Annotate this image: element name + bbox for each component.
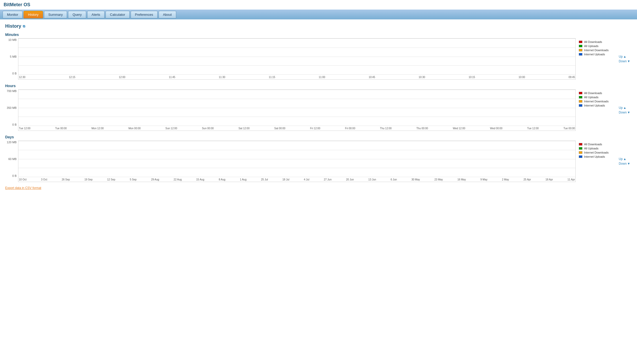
x-label: 11:15 xyxy=(269,76,275,79)
x-label: 18 Apr xyxy=(545,178,553,181)
days-title: Days xyxy=(5,135,632,139)
x-label: 15 Aug xyxy=(196,178,204,181)
x-label: Wed 12:00 xyxy=(453,127,465,130)
minutes-controls: Up ▲ Down ▼ xyxy=(617,38,632,80)
legend-label: All Uploads xyxy=(584,44,598,48)
legend-item: Internet Downloads xyxy=(579,100,614,103)
title-link-icon[interactable]: ⧉ xyxy=(23,24,25,28)
nav-tab-query[interactable]: Query xyxy=(68,11,86,18)
x-label: 25 Jul xyxy=(261,178,268,181)
y-label: 0 B xyxy=(5,72,17,75)
x-label: 10 Oct xyxy=(19,178,26,181)
x-label: Wed 00:00 xyxy=(490,127,502,130)
minutes-chart-container: 10 MB5 MB0 B 12:3012:1512:0011:4511:3011… xyxy=(5,38,632,80)
x-label: Mon 12:00 xyxy=(92,127,104,130)
up-arrow-icon: ▲ xyxy=(623,55,626,58)
x-label: 1 Aug xyxy=(240,178,247,181)
nav-tab-alerts[interactable]: Alerts xyxy=(87,11,105,18)
x-label: 11:30 xyxy=(219,76,225,79)
legend-item: Internet Downloads xyxy=(579,49,614,52)
legend-label: Internet Downloads xyxy=(584,151,609,154)
legend-label: All Downloads xyxy=(584,40,602,43)
days-legend: All DownloadsAll UploadsInternet Downloa… xyxy=(576,141,617,182)
days-chart-wrapper: Days 120 MB60 MB0 B 10 Oct3 Oct26 Sep19 … xyxy=(5,135,632,182)
nav-tab-monitor[interactable]: Monitor xyxy=(3,11,23,18)
y-label: 10 MB xyxy=(5,38,17,41)
legend-label: All Downloads xyxy=(584,92,602,95)
legend-label: Internet Uploads xyxy=(584,155,605,158)
nav-tab-calculator[interactable]: Calculator xyxy=(106,11,130,18)
page-title: History ⧉ xyxy=(5,24,632,29)
hours-down-btn[interactable]: Down ▼ xyxy=(619,111,630,114)
days-bars xyxy=(18,141,575,177)
minutes-down-btn[interactable]: Down ▼ xyxy=(619,59,630,63)
legend-label: Internet Downloads xyxy=(584,100,609,103)
legend-color-box xyxy=(579,45,582,47)
minutes-legend: All DownloadsAll UploadsInternet Downloa… xyxy=(576,38,617,80)
x-label: 10:30 xyxy=(419,76,425,79)
hours-chart-wrapper: Hours 700 MB350 MB0 B Tue 12:00Tue 00:00… xyxy=(5,84,632,131)
nav-tab-about[interactable]: About xyxy=(159,11,176,18)
down-arrow-icon: ▼ xyxy=(627,59,630,63)
legend-item: All Downloads xyxy=(579,40,614,43)
legend-color-box xyxy=(579,143,582,146)
x-label: 18 Jul xyxy=(283,178,290,181)
legend-item: Internet Downloads xyxy=(579,151,614,154)
days-down-btn[interactable]: Down ▼ xyxy=(619,162,630,165)
x-label: 4 Jul xyxy=(304,178,309,181)
up-label: Up xyxy=(619,55,623,58)
x-label: Tue 00:00 xyxy=(564,127,575,130)
legend-color-box xyxy=(579,49,582,51)
x-label: Tue 00:00 xyxy=(55,127,67,130)
legend-color-box xyxy=(579,100,582,103)
x-label: Thu 00:00 xyxy=(416,127,428,130)
nav-tab-history[interactable]: History xyxy=(24,11,43,18)
x-label: 11 Apr xyxy=(567,178,575,181)
x-label: 10:45 xyxy=(369,76,375,79)
hours-bars xyxy=(18,90,575,126)
export-csv-link[interactable]: Export data in CSV format xyxy=(5,186,632,190)
minutes-up-btn[interactable]: Up ▲ xyxy=(619,55,626,58)
nav-bar: MonitorHistorySummaryQueryAlertsCalculat… xyxy=(0,10,637,19)
legend-color-box xyxy=(579,147,582,150)
hours-y-labels: 700 MB350 MB0 B xyxy=(5,89,18,131)
x-label: 11:00 xyxy=(319,76,325,79)
x-label: Fri 12:00 xyxy=(310,127,320,130)
x-label: 12 Sep xyxy=(107,178,115,181)
x-label: 25 Apr xyxy=(523,178,531,181)
minutes-x-labels: 12:3012:1512:0011:4511:3011:1511:0010:45… xyxy=(18,75,575,79)
legend-color-box xyxy=(579,96,582,98)
x-label: 19 Sep xyxy=(84,178,93,181)
x-label: Thu 12:00 xyxy=(380,127,392,130)
x-label: Tue 12:00 xyxy=(19,127,31,130)
y-label: 0 B xyxy=(5,174,17,177)
hours-title: Hours xyxy=(5,84,632,88)
x-label: 16 May xyxy=(457,178,466,181)
hours-chart-area: Tue 12:00Tue 00:00Mon 12:00Mon 00:00Sun … xyxy=(18,89,576,131)
x-label: 30 May xyxy=(411,178,420,181)
days-up-btn[interactable]: Up ▲ xyxy=(619,157,626,161)
y-label: 60 MB xyxy=(5,157,17,161)
x-label: 9 May xyxy=(480,178,487,181)
nav-tab-preferences[interactable]: Preferences xyxy=(131,11,158,18)
x-label: Sun 12:00 xyxy=(165,127,177,130)
hours-chart-container: 700 MB350 MB0 B Tue 12:00Tue 00:00Mon 12… xyxy=(5,89,632,131)
x-label: 20 Jun xyxy=(346,178,354,181)
app-title: BitMeter OS xyxy=(0,0,637,10)
legend-label: Internet Uploads xyxy=(584,104,605,107)
x-label: 12:15 xyxy=(69,76,75,79)
x-label: 10:15 xyxy=(469,76,475,79)
y-label: 350 MB xyxy=(5,106,17,109)
legend-label: Internet Downloads xyxy=(584,49,609,52)
legend-item: Internet Uploads xyxy=(579,104,614,107)
nav-tab-summary[interactable]: Summary xyxy=(44,11,67,18)
days-y-labels: 120 MB60 MB0 B xyxy=(5,141,18,182)
x-label: Mon 00:00 xyxy=(128,127,140,130)
hours-up-btn[interactable]: Up ▲ xyxy=(619,106,626,110)
days-chart-container: 120 MB60 MB0 B 10 Oct3 Oct26 Sep19 Sep12… xyxy=(5,141,632,182)
x-label: 09:45 xyxy=(568,76,575,79)
legend-color-box xyxy=(579,53,582,56)
legend-item: All Downloads xyxy=(579,143,614,146)
legend-color-box xyxy=(579,92,582,94)
x-label: 27 Jun xyxy=(324,178,331,181)
